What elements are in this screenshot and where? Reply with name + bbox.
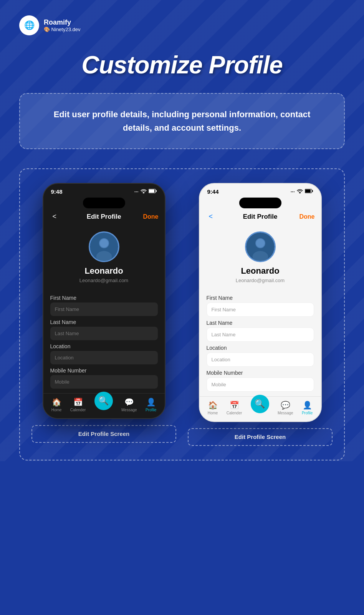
battery-icon — [149, 189, 157, 194]
dark-profile-email: Leonardo@gmail.com — [79, 278, 128, 283]
light-profile-name: Leonardo — [241, 266, 279, 276]
home-icon-light: 🏠 — [208, 401, 218, 410]
light-phone: 9:44 ··· — [199, 183, 322, 422]
search-icon-light: 🔍 — [255, 399, 265, 409]
dark-bottom-nav: 🏠 Home 📅 Calender 🔍 — [43, 393, 165, 418]
light-field-input-3[interactable]: Mobile — [207, 377, 314, 392]
battery-icon-light — [305, 189, 313, 194]
light-avatar — [245, 231, 276, 262]
page-title: Customize Profile — [19, 51, 345, 79]
profile-icon: 👤 — [146, 397, 156, 407]
home-label-light: Home — [208, 411, 218, 415]
search-button[interactable]: 🔍 — [94, 392, 113, 410]
calendar-icon-light: 📅 — [230, 401, 239, 410]
svg-point-13 — [256, 239, 264, 248]
light-field-label-2: Location — [207, 345, 314, 351]
light-bottom-nav: 🏠 Home 📅 Calender 🔍 — [200, 396, 321, 421]
light-notch — [200, 197, 321, 209]
svg-rect-8 — [305, 189, 311, 193]
light-form: First Name First Name Last Name Last Nam… — [200, 289, 321, 396]
dark-profile-name: Leonardo — [84, 266, 123, 276]
light-phone-wrapper: 9:44 ··· — [188, 183, 333, 446]
light-nav-done[interactable]: Done — [299, 213, 315, 220]
description-box: Edit user profile details, including per… — [19, 93, 345, 149]
dark-status-bar: 9:48 ··· — [43, 184, 165, 197]
logo-icon: 🌐 — [24, 20, 35, 30]
dark-field-input-0[interactable]: First Name — [50, 303, 158, 316]
message-icon-light: 💬 — [281, 401, 290, 410]
home-icon: 🏠 — [52, 397, 61, 407]
dark-nav-profile[interactable]: 👤 Profile — [146, 397, 156, 412]
brand-text: Roamify 🎨 Ninety23.dev — [44, 18, 81, 33]
light-nav-search[interactable]: 🔍 — [251, 402, 269, 413]
dark-form: First Name First Name Last Name Last Nam… — [43, 289, 165, 393]
home-label: Home — [51, 408, 62, 412]
brand-sub: 🎨 Ninety23.dev — [44, 27, 81, 32]
light-field-input-1[interactable]: Last Name — [207, 327, 314, 342]
dark-field-input-1[interactable]: Last Name — [50, 327, 158, 340]
dark-phone-nav: < Edit Profile Done — [43, 209, 165, 224]
dark-field-input-2[interactable]: Location — [50, 351, 158, 364]
dark-field-label-1: Last Name — [50, 319, 158, 325]
svg-rect-1 — [149, 189, 154, 193]
dark-nav-title: Edit Profile — [87, 213, 121, 221]
description-text: Edit user profile details, including per… — [43, 108, 321, 135]
light-nav-profile[interactable]: 👤 Profile — [302, 401, 313, 415]
light-field-label-3: Mobile Number — [207, 370, 314, 376]
light-field-input-0[interactable]: First Name — [207, 303, 314, 317]
wifi-icon — [141, 189, 147, 194]
phones-container: 9:48 ··· — [19, 168, 345, 460]
message-label-light: Message — [278, 411, 293, 415]
light-profile-email: Leonardo@gmail.com — [236, 278, 285, 283]
profile-icon-light: 👤 — [303, 401, 312, 410]
light-status-bar: 9:44 ··· — [200, 184, 321, 197]
dark-phone-wrapper: 9:48 ··· — [31, 183, 176, 446]
calendar-label-light: Calender — [227, 411, 242, 415]
search-button-light[interactable]: 🔍 — [251, 395, 269, 413]
header: 🌐 Roamify 🎨 Ninety23.dev — [19, 15, 345, 35]
dark-nav-done[interactable]: Done — [143, 213, 159, 220]
dark-notch — [43, 197, 165, 209]
light-nav-title: Edit Profile — [243, 213, 278, 221]
dark-field-label-2: Location — [50, 343, 158, 349]
signal-dots: ··· — [134, 189, 139, 194]
dark-field-label-0: First Name — [50, 295, 158, 301]
search-icon: 🔍 — [98, 396, 109, 406]
light-screen-label: Edit Profile Screen — [235, 434, 286, 440]
dark-nav-calendar[interactable]: 📅 Calender — [70, 397, 86, 412]
light-phone-nav: < Edit Profile Done — [200, 209, 321, 224]
dark-notch-pill — [83, 198, 125, 208]
dark-nav-message[interactable]: 💬 Message — [121, 397, 137, 412]
light-field-label-0: First Name — [207, 295, 314, 301]
dark-nav-back[interactable]: < — [50, 212, 60, 221]
light-nav-calendar[interactable]: 📅 Calender — [227, 401, 242, 415]
dark-screen-label: Edit Profile Screen — [78, 430, 129, 437]
dark-field-label-3: Mobile Number — [50, 367, 158, 374]
svg-rect-9 — [312, 190, 313, 192]
dark-nav-search[interactable]: 🔍 — [94, 399, 113, 410]
calendar-label: Calender — [70, 408, 86, 412]
phones-row: 9:48 ··· — [31, 183, 333, 446]
light-screen-label-box: Edit Profile Screen — [188, 428, 333, 446]
dark-field-input-3[interactable]: Mobile — [50, 375, 158, 389]
light-profile-section: Leonardo Leonardo@gmail.com — [200, 224, 321, 289]
svg-point-6 — [99, 239, 108, 248]
profile-label: Profile — [146, 408, 156, 412]
light-field-label-1: Last Name — [207, 320, 314, 326]
dark-profile-section: Leonardo Leonardo@gmail.com — [43, 224, 165, 289]
dark-phone: 9:48 ··· — [43, 183, 165, 419]
dark-nav-home[interactable]: 🏠 Home — [51, 397, 62, 412]
logo: 🌐 — [19, 15, 39, 35]
light-nav-home[interactable]: 🏠 Home — [208, 401, 218, 415]
light-nav-back[interactable]: < — [206, 212, 216, 221]
message-icon: 💬 — [124, 397, 134, 407]
dark-status-time: 9:48 — [51, 188, 63, 195]
light-field-input-2[interactable]: Location — [207, 352, 314, 367]
signal-dots-light: ··· — [291, 189, 295, 194]
dark-screen-label-box: Edit Profile Screen — [31, 425, 176, 443]
dark-status-icons: ··· — [134, 189, 157, 194]
light-status-time: 9:44 — [207, 188, 219, 195]
svg-rect-2 — [156, 190, 157, 192]
light-nav-message[interactable]: 💬 Message — [278, 401, 293, 415]
calendar-icon: 📅 — [73, 397, 83, 407]
